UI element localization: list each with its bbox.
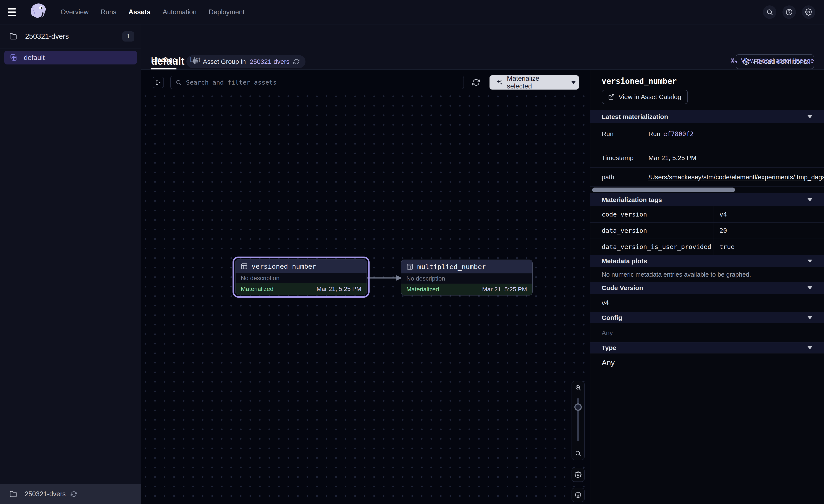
- row-label: path: [590, 168, 638, 186]
- path-link[interactable]: /Users/smackesey/stm/code/elementl/exper…: [648, 173, 824, 181]
- node-status-row: Materialized Mar 21, 5:25 PM: [235, 283, 367, 295]
- lineage-edge: [367, 272, 403, 283]
- materialize-selected-button[interactable]: Materialize selected: [490, 75, 579, 90]
- asset-detail-panel: versioned_number View in Asset Catalog L…: [590, 70, 824, 504]
- sparkles-icon: [496, 79, 503, 86]
- asset-node-versioned-number[interactable]: versioned_number No description Material…: [235, 259, 367, 295]
- dagster-logo: [28, 2, 49, 22]
- view-global-asset-lineage-link[interactable]: View global asset lineage: [731, 57, 814, 64]
- help-button[interactable]: [783, 5, 796, 19]
- nav-overview[interactable]: Overview: [61, 8, 89, 16]
- tag-key: code_version: [590, 206, 714, 222]
- graph-settings-button[interactable]: [572, 468, 585, 482]
- node-header: multiplied_number: [401, 260, 532, 273]
- refresh-icon: [472, 79, 480, 86]
- page-header: default Asset Group in 250321-dvers Relo…: [141, 24, 824, 70]
- footer-repo-name: 250321-dvers: [25, 490, 66, 498]
- nav-deployment[interactable]: Deployment: [209, 8, 244, 16]
- zoom-slider[interactable]: [572, 394, 584, 447]
- view-global-asset-lineage-label: View global asset lineage: [741, 57, 814, 64]
- section-latest-materialization[interactable]: Latest materialization: [590, 110, 824, 123]
- view-in-asset-catalog-button[interactable]: View in Asset Catalog: [602, 90, 688, 104]
- type-value: Any: [602, 358, 615, 367]
- hamburger-menu-icon[interactable]: [0, 0, 24, 24]
- chevron-down-icon: [808, 115, 812, 118]
- gear-icon: [575, 471, 582, 478]
- section-heading: Code Version: [602, 284, 643, 291]
- zoom-out-button[interactable]: [572, 447, 584, 460]
- horizontal-scrollbar-thumb[interactable]: [592, 187, 735, 192]
- materialized-badge: Materialized: [406, 286, 439, 293]
- zoom-in-button[interactable]: [572, 381, 584, 394]
- node-header: versioned_number: [235, 260, 367, 273]
- zoom-controls: [572, 381, 585, 460]
- section-type[interactable]: Type: [590, 342, 824, 354]
- tab-lineage[interactable]: Lineage: [151, 56, 177, 70]
- settings-button[interactable]: [802, 5, 815, 19]
- asset-detail-title: versioned_number: [602, 77, 824, 86]
- section-heading: Latest materialization: [602, 113, 668, 120]
- download-image-button[interactable]: [572, 488, 585, 502]
- code-version-value: v4: [602, 299, 609, 307]
- run-id-link[interactable]: ef7800f2: [663, 130, 694, 138]
- materialize-dropdown-button[interactable]: [568, 75, 579, 90]
- repo-row[interactable]: 250321-dvers 1: [0, 24, 141, 48]
- section-heading: Config: [602, 314, 622, 322]
- view-in-asset-catalog-label: View in Asset Catalog: [619, 93, 681, 101]
- search-input[interactable]: [186, 79, 459, 86]
- section-config[interactable]: Config: [590, 312, 824, 324]
- section-code-version[interactable]: Code Version: [590, 282, 824, 294]
- table-icon: [241, 263, 248, 270]
- search-button[interactable]: [763, 5, 777, 19]
- refresh-icon[interactable]: [293, 58, 299, 65]
- repo-count-badge: 1: [122, 31, 134, 41]
- selected-node-ring: versioned_number No description Material…: [232, 257, 370, 298]
- folder-icon: [9, 33, 17, 40]
- asset-search-box: [171, 76, 464, 89]
- section-materialization-tags[interactable]: Materialization tags: [590, 193, 824, 206]
- section-heading: Metadata plots: [602, 257, 647, 265]
- table-row: Timestamp Mar 21, 5:25 PM: [590, 148, 824, 168]
- section-metadata-plots[interactable]: Metadata plots: [590, 255, 824, 267]
- config-value: Any: [602, 329, 613, 337]
- row-value: Run ef7800f2: [638, 123, 824, 148]
- table-icon: [406, 263, 413, 270]
- tag-key: data_version_is_user_provided: [590, 239, 714, 255]
- external-link-icon: [608, 94, 615, 100]
- repo-name: 250321-dvers: [25, 32, 69, 40]
- code-version-body: v4: [590, 294, 824, 312]
- config-body: Any: [590, 324, 824, 342]
- table-row: Run Run ef7800f2: [590, 123, 824, 148]
- chevron-down-icon: [808, 286, 812, 289]
- materialized-badge: Materialized: [241, 285, 274, 292]
- tag-key: data_version: [590, 223, 714, 239]
- node-description: No description: [235, 273, 367, 283]
- nav-automation[interactable]: Automation: [163, 8, 197, 16]
- zoom-out-icon: [575, 450, 581, 457]
- sidebar-footer-repo[interactable]: 250321-dvers: [0, 484, 141, 504]
- dagster-app: Overview Runs Assets Automation Deployme…: [0, 0, 824, 504]
- zoom-in-icon: [575, 384, 581, 391]
- help-icon: [786, 8, 793, 16]
- refresh-icon[interactable]: [71, 491, 77, 497]
- search-icon: [176, 80, 182, 86]
- badge-repo-link[interactable]: 250321-dvers: [249, 58, 289, 65]
- panel-expand-icon: [155, 79, 162, 86]
- materialized-timestamp: Mar 21, 5:25 PM: [482, 286, 527, 293]
- tab-list[interactable]: List: [190, 56, 200, 70]
- expand-panel-button[interactable]: [152, 77, 164, 88]
- tag-value: v4: [714, 206, 824, 222]
- group-list: default: [0, 48, 141, 484]
- refresh-graph-button[interactable]: [471, 77, 482, 88]
- node-name: versioned_number: [251, 262, 316, 270]
- asset-node-multiplied-number[interactable]: multiplied_number No description Materia…: [401, 260, 533, 295]
- sidebar-item-default[interactable]: default: [4, 50, 137, 65]
- nav-runs[interactable]: Runs: [101, 8, 116, 16]
- view-tabs: Lineage List: [151, 56, 200, 70]
- asset-group-badge[interactable]: Asset Group in 250321-dvers: [186, 55, 305, 68]
- lineage-graph-icon: [731, 57, 737, 64]
- zoom-slider-thumb[interactable]: [575, 403, 582, 411]
- gear-icon: [805, 8, 812, 16]
- nav-assets[interactable]: Assets: [129, 8, 151, 16]
- lineage-canvas[interactable]: versioned_number No description Material…: [141, 95, 590, 504]
